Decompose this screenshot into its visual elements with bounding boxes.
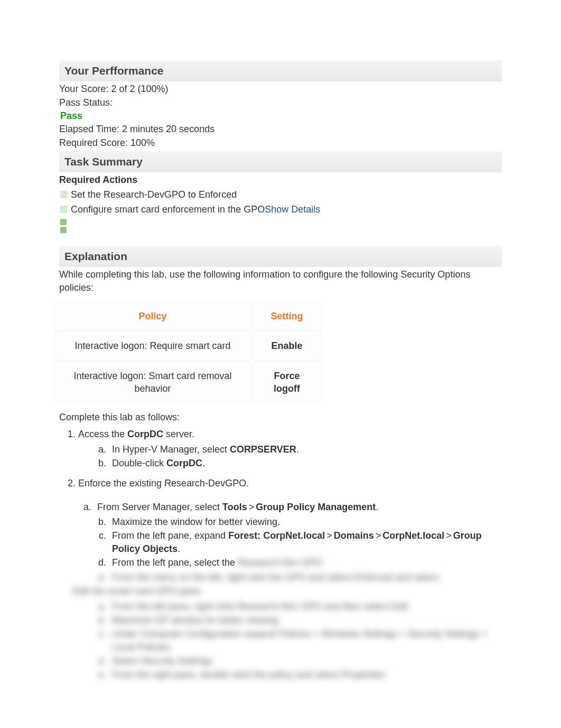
blurred-content: From the menu on the left, right-click t… [109,571,502,681]
step-1: Access the CorpDC server. In Hyper-V Man… [78,428,502,469]
elapsed-time: Elapsed Time: 2 minutes 20 seconds [59,123,502,135]
sub-checks [60,219,502,233]
setting-cell: Enable [253,332,321,360]
policy-cell: Interactive logon: Require smart card [55,332,250,360]
pass-status-label: Pass Status: [59,96,502,109]
your-score: Your Score: 2 of 2 (100%) [59,82,502,95]
pass-status-value: Pass [59,109,502,122]
action-row-2: Configure smart card enforcement in the … [59,203,502,216]
check-icon [60,219,67,225]
setting-col-header: Setting [253,302,321,330]
steps-list: Access the CorpDC server. In Hyper-V Man… [78,428,502,681]
complete-line: Complete this lab as follows: [59,411,502,423]
table-row: Interactive logon: Require smart card En… [55,332,321,360]
policy-table: Policy Setting Interactive logon: Requir… [53,300,323,404]
action-text: Set the Research-DevGPO to Enforced [71,188,237,201]
explanation-header: Explanation [59,246,502,267]
policy-col-header: Policy [55,302,250,330]
policy-cell: Interactive logon: Smart card removal be… [55,362,250,403]
show-details-link[interactable]: Show Details [265,203,320,216]
setting-cell: Force logoff [253,362,321,403]
action-text: Configure smart card enforcement in the … [71,203,265,216]
performance-header: Your Perfformance [59,60,502,81]
required-actions-label: Required Actions [59,173,502,186]
step-2: Enforce the existing Research-DevGPO. Fr… [78,477,502,681]
check-icon [60,191,68,198]
task-summary-header: Task Summary [59,151,502,172]
check-icon [60,206,68,213]
step-2c: From the left pane, expand Forest: CorpN… [109,529,502,555]
explanation-intro: While completing this lab, use the follo… [59,268,502,294]
check-icon [60,227,67,233]
step-2a: From Server Manager, select Tools>Group … [94,501,502,513]
step-1b: Double-click CorpDC. [109,457,502,469]
required-score: Required Score: 100% [59,136,502,149]
performance-block: Your Score: 2 of 2 (100%) Pass Status: P… [59,82,502,149]
step-1a: In Hyper-V Manager, select CORPSERVER. [109,443,502,456]
action-row-1: Set the Research-DevGPO to Enforced [59,188,502,201]
step-2b: Maximize the window for better viewing. [109,515,502,528]
table-row: Interactive logon: Smart card removal be… [55,362,321,403]
step-2d: From the left pane, select the Research-… [109,556,502,569]
